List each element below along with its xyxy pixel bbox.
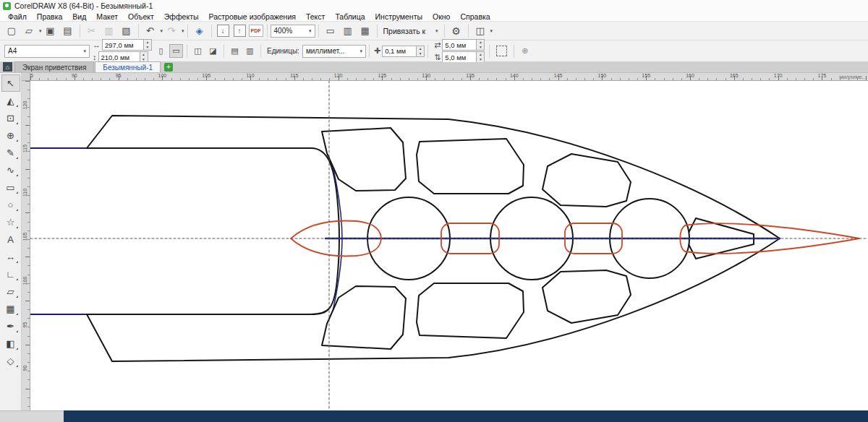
polygon-tool-icon[interactable]: ☆: [1, 213, 20, 231]
fullscreen-preview-icon[interactable]: ▭: [323, 24, 339, 38]
pocket-cutout[interactable]: [417, 283, 524, 338]
tab-untitled-1[interactable]: Безымянный-1: [95, 61, 161, 72]
spin-down-icon[interactable]: ▾: [477, 57, 484, 62]
paste-icon[interactable]: ▧: [119, 24, 135, 38]
ruler-unit-label: миллиме...: [839, 74, 867, 80]
page-width-stepper[interactable]: ▴▾: [144, 39, 152, 51]
drawing-canvas[interactable]: [30, 81, 868, 410]
nudge-stepper[interactable]: ▴▾: [417, 46, 425, 57]
ellipse-tool-icon[interactable]: ○: [1, 196, 20, 213]
undo-icon[interactable]: ↶: [142, 24, 158, 38]
gear-icon[interactable]: ⚙: [448, 24, 464, 38]
duplicate-distance-y-input[interactable]: 5,0 мм: [442, 51, 477, 63]
snap-to-label: Привязать к: [383, 27, 426, 35]
drop-shadow-tool-icon[interactable]: ▱: [1, 283, 20, 300]
units-select[interactable]: миллимет... ▾: [302, 45, 366, 58]
spin-down-icon[interactable]: ▾: [144, 45, 151, 50]
duplicate-y-stepper[interactable]: ▴▾: [477, 51, 485, 63]
snap-to-dropdown[interactable]: Привязать к ▾: [380, 25, 441, 38]
chevron-down-icon[interactable]: ▾: [182, 28, 184, 34]
crop-tool-icon[interactable]: ⊡: [1, 109, 20, 126]
spin-up-icon[interactable]: ▴: [477, 40, 484, 45]
home-icon[interactable]: ⌂: [3, 62, 12, 72]
show-grid-icon[interactable]: ▦: [357, 24, 373, 38]
parallel-dimension-tool-icon[interactable]: ↔: [1, 248, 20, 265]
chevron-down-icon[interactable]: ▾: [39, 28, 42, 34]
color-eyedropper-tool-icon[interactable]: ✒: [1, 317, 20, 335]
page-size-value: A4: [8, 47, 17, 55]
duplicate-distance-x-icon: ⇄: [434, 40, 441, 50]
cut-icon[interactable]: ✂: [84, 24, 100, 38]
freehand-tool-icon[interactable]: ✎: [1, 144, 20, 161]
current-page-icon[interactable]: ◪: [206, 44, 220, 58]
menu-item-table[interactable]: Таблица: [330, 12, 370, 21]
portrait-orientation-icon[interactable]: ▯: [154, 44, 168, 58]
open-icon[interactable]: ▱: [21, 24, 37, 38]
tab-welcome-screen[interactable]: Экран приветствия: [14, 61, 94, 72]
landscape-orientation-icon[interactable]: ▭: [169, 44, 183, 58]
spin-up-icon[interactable]: ▴: [417, 46, 424, 51]
show-rulers-icon[interactable]: ▥: [340, 24, 356, 38]
chevron-down-icon: ▾: [83, 48, 86, 54]
smart-fill-tool-icon[interactable]: ◇: [1, 352, 20, 369]
spin-down-icon[interactable]: ▾: [417, 51, 424, 56]
ruler-mark: 145: [554, 73, 563, 78]
copy-icon[interactable]: ▥: [101, 24, 117, 38]
page-stats-icon[interactable]: ▥: [243, 44, 257, 58]
redo-icon[interactable]: ↷: [163, 24, 179, 38]
menu-item-bitmaps[interactable]: Растровые изображения: [204, 12, 301, 21]
spin-up-icon[interactable]: ▴: [144, 40, 151, 45]
connector-tool-icon[interactable]: ∟: [1, 265, 20, 283]
shape-tool-icon[interactable]: ◭: [1, 92, 20, 109]
spin-up-icon[interactable]: ▴: [477, 52, 484, 57]
new-document-icon[interactable]: ▢: [4, 24, 20, 38]
treat-as-filled-icon[interactable]: [496, 46, 507, 56]
menu-item-object[interactable]: Объект: [123, 12, 159, 21]
menu-item-text[interactable]: Текст: [301, 12, 330, 21]
page-layout-icon[interactable]: ▤: [228, 44, 242, 58]
page-size-select[interactable]: A4 ▾: [4, 45, 90, 58]
save-icon[interactable]: ▣: [43, 24, 59, 38]
page-width-input[interactable]: 297,0 мм: [102, 39, 144, 51]
horizontal-ruler[interactable]: 85 90 95 100 105 110 115 120 125 130 135…: [30, 73, 868, 81]
chevron-down-icon[interactable]: ▾: [161, 28, 163, 34]
publish-pdf-icon[interactable]: PDF: [249, 25, 263, 37]
menu-item-help[interactable]: Справка: [455, 12, 495, 21]
toolbar-separator: [444, 25, 445, 38]
ruler-origin-button[interactable]: [22, 73, 30, 81]
all-pages-icon[interactable]: ◫: [191, 44, 205, 58]
duplicate-distance-x-input[interactable]: 5,0 мм: [442, 39, 477, 51]
search-content-icon[interactable]: ◈: [192, 24, 208, 38]
menu-item-edit[interactable]: Правка: [32, 12, 67, 21]
menu-item-window[interactable]: Окно: [427, 12, 455, 21]
export-icon[interactable]: ↑: [234, 25, 246, 37]
pick-tool-icon[interactable]: ↖: [1, 74, 20, 92]
menu-item-tools[interactable]: Инструменты: [370, 12, 427, 21]
nudge-offset-input[interactable]: 0,1 мм: [382, 46, 417, 57]
transparency-tool-icon[interactable]: ▦: [1, 300, 20, 317]
interactive-fill-tool-icon[interactable]: ◧: [1, 335, 20, 352]
pocket-cutout[interactable]: [417, 139, 524, 194]
artistic-media-tool-icon[interactable]: ∿: [1, 161, 20, 178]
import-icon[interactable]: ↓: [217, 25, 229, 37]
zoom-tool-icon[interactable]: ⊕: [1, 126, 20, 144]
application-launcher-icon[interactable]: ◫: [472, 24, 488, 38]
spin-down-icon[interactable]: ▾: [477, 45, 484, 50]
chevron-down-icon[interactable]: ▾: [490, 28, 493, 34]
spin-up-icon[interactable]: ▴: [140, 52, 148, 57]
target-marker-icon[interactable]: ⊕: [518, 44, 532, 58]
menu-item-file[interactable]: Файл: [3, 12, 32, 21]
new-tab-button[interactable]: +: [164, 63, 173, 72]
menu-item-view[interactable]: Вид: [67, 12, 91, 21]
print-icon[interactable]: ▤: [60, 24, 76, 38]
menu-item-layout[interactable]: Макет: [91, 12, 123, 21]
vertical-ruler[interactable]: 120 115 110 105 100 95 90: [22, 81, 30, 410]
text-tool-icon[interactable]: A: [1, 231, 20, 248]
ruler-mark: 120: [334, 73, 343, 78]
menu-item-effects[interactable]: Эффекты: [159, 12, 204, 21]
rectangle-tool-icon[interactable]: ▭: [1, 178, 20, 196]
pocket-cutout[interactable]: [542, 270, 631, 323]
zoom-level-select[interactable]: 400% ▾: [271, 25, 315, 38]
duplicate-x-stepper[interactable]: ▴▾: [477, 39, 485, 51]
pocket-cutout[interactable]: [542, 154, 631, 207]
